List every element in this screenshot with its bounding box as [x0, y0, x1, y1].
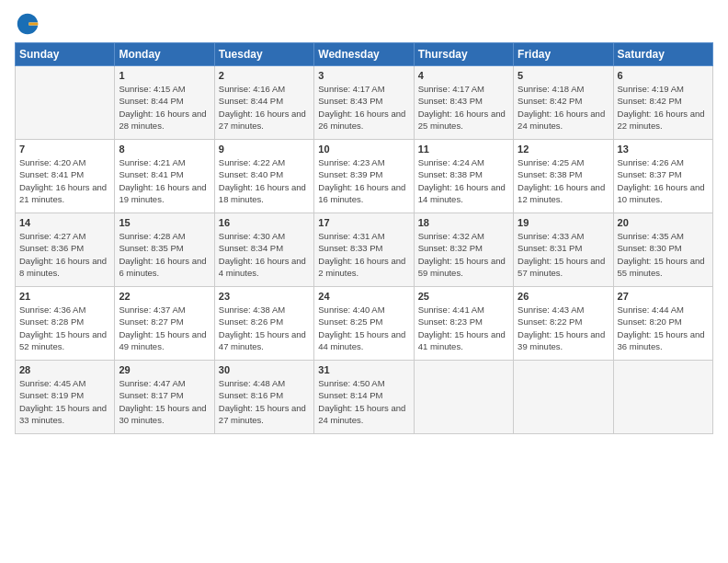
date-number: 3 [318, 70, 409, 81]
week-row-2: 7Sunrise: 4:20 AM Sunset: 8:41 PM Daylig… [16, 140, 713, 213]
date-number: 21 [19, 291, 110, 302]
calendar-cell: 17Sunrise: 4:31 AM Sunset: 8:33 PM Dayli… [314, 213, 414, 287]
calendar-cell: 13Sunrise: 4:26 AM Sunset: 8:37 PM Dayli… [613, 140, 712, 213]
date-number: 29 [119, 364, 210, 375]
header [15, 11, 713, 37]
calendar-cell: 16Sunrise: 4:30 AM Sunset: 8:34 PM Dayli… [214, 213, 313, 287]
header-row: SundayMondayTuesdayWednesdayThursdayFrid… [16, 43, 713, 66]
calendar-cell: 29Sunrise: 4:47 AM Sunset: 8:17 PM Dayli… [115, 361, 214, 434]
date-number: 30 [219, 364, 310, 375]
week-row-1: 1Sunrise: 4:15 AM Sunset: 8:44 PM Daylig… [16, 66, 713, 140]
date-number: 8 [119, 144, 210, 155]
calendar-cell: 15Sunrise: 4:28 AM Sunset: 8:35 PM Dayli… [115, 213, 214, 287]
cell-content: Sunrise: 4:45 AM Sunset: 8:19 PM Dayligh… [19, 377, 110, 426]
calendar-cell: 21Sunrise: 4:36 AM Sunset: 8:28 PM Dayli… [16, 287, 115, 361]
cell-content: Sunrise: 4:36 AM Sunset: 8:28 PM Dayligh… [19, 304, 110, 352]
cell-content: Sunrise: 4:25 AM Sunset: 8:38 PM Dayligh… [518, 156, 609, 205]
col-header-wednesday: Wednesday [314, 43, 414, 66]
cell-content: Sunrise: 4:23 AM Sunset: 8:39 PM Dayligh… [318, 156, 409, 205]
cell-content: Sunrise: 4:21 AM Sunset: 8:41 PM Dayligh… [119, 156, 210, 205]
date-number: 13 [618, 144, 709, 155]
cell-content: Sunrise: 4:15 AM Sunset: 8:44 PM Dayligh… [119, 83, 210, 132]
col-header-saturday: Saturday [613, 43, 712, 66]
calendar-cell: 10Sunrise: 4:23 AM Sunset: 8:39 PM Dayli… [314, 140, 414, 213]
date-number: 2 [219, 70, 310, 81]
cell-content: Sunrise: 4:47 AM Sunset: 8:17 PM Dayligh… [119, 377, 210, 426]
date-number: 15 [119, 217, 210, 228]
calendar-cell: 20Sunrise: 4:35 AM Sunset: 8:30 PM Dayli… [613, 213, 712, 287]
cell-content: Sunrise: 4:28 AM Sunset: 8:35 PM Dayligh… [119, 230, 210, 279]
cell-content: Sunrise: 4:35 AM Sunset: 8:30 PM Dayligh… [618, 230, 709, 279]
calendar-cell: 4Sunrise: 4:17 AM Sunset: 8:43 PM Daylig… [414, 66, 513, 140]
cell-content: Sunrise: 4:40 AM Sunset: 8:25 PM Dayligh… [318, 304, 409, 352]
cell-content: Sunrise: 4:16 AM Sunset: 8:44 PM Dayligh… [219, 83, 310, 132]
calendar-cell: 27Sunrise: 4:44 AM Sunset: 8:20 PM Dayli… [613, 287, 712, 361]
cell-content: Sunrise: 4:18 AM Sunset: 8:42 PM Dayligh… [518, 83, 609, 132]
date-number: 7 [19, 144, 110, 155]
cell-content: Sunrise: 4:38 AM Sunset: 8:26 PM Dayligh… [219, 304, 310, 352]
page-container: SundayMondayTuesdayWednesdayThursdayFrid… [0, 0, 728, 443]
cell-content: Sunrise: 4:48 AM Sunset: 8:16 PM Dayligh… [219, 377, 310, 426]
date-number: 6 [618, 70, 709, 81]
cell-content: Sunrise: 4:37 AM Sunset: 8:27 PM Dayligh… [119, 304, 210, 352]
cell-content: Sunrise: 4:50 AM Sunset: 8:14 PM Dayligh… [318, 377, 409, 426]
calendar-cell: 26Sunrise: 4:43 AM Sunset: 8:22 PM Dayli… [514, 287, 613, 361]
calendar-cell: 5Sunrise: 4:18 AM Sunset: 8:42 PM Daylig… [514, 66, 613, 140]
date-number: 9 [219, 144, 310, 155]
date-number: 1 [119, 70, 210, 81]
cell-content: Sunrise: 4:41 AM Sunset: 8:23 PM Dayligh… [418, 304, 509, 352]
calendar-cell: 11Sunrise: 4:24 AM Sunset: 8:38 PM Dayli… [414, 140, 513, 213]
week-row-3: 14Sunrise: 4:27 AM Sunset: 8:36 PM Dayli… [16, 213, 713, 287]
cell-content: Sunrise: 4:26 AM Sunset: 8:37 PM Dayligh… [618, 156, 709, 205]
calendar-cell [514, 361, 613, 434]
calendar-cell: 3Sunrise: 4:17 AM Sunset: 8:43 PM Daylig… [314, 66, 414, 140]
calendar-cell: 6Sunrise: 4:19 AM Sunset: 8:42 PM Daylig… [613, 66, 712, 140]
calendar-table: SundayMondayTuesdayWednesdayThursdayFrid… [15, 42, 713, 434]
col-header-friday: Friday [514, 43, 613, 66]
date-number: 14 [19, 217, 110, 228]
date-number: 28 [19, 364, 110, 375]
date-number: 17 [318, 217, 409, 228]
col-header-monday: Monday [115, 43, 214, 66]
calendar-cell: 28Sunrise: 4:45 AM Sunset: 8:19 PM Dayli… [16, 361, 115, 434]
cell-content: Sunrise: 4:44 AM Sunset: 8:20 PM Dayligh… [618, 304, 709, 352]
calendar-cell: 14Sunrise: 4:27 AM Sunset: 8:36 PM Dayli… [16, 213, 115, 287]
calendar-cell: 24Sunrise: 4:40 AM Sunset: 8:25 PM Dayli… [314, 287, 414, 361]
date-number: 18 [418, 217, 509, 228]
cell-content: Sunrise: 4:19 AM Sunset: 8:42 PM Dayligh… [618, 83, 709, 132]
date-number: 5 [518, 70, 609, 81]
cell-content: Sunrise: 4:43 AM Sunset: 8:22 PM Dayligh… [518, 304, 609, 352]
col-header-thursday: Thursday [414, 43, 513, 66]
date-number: 31 [318, 364, 409, 375]
cell-content: Sunrise: 4:31 AM Sunset: 8:33 PM Dayligh… [318, 230, 409, 279]
col-header-tuesday: Tuesday [214, 43, 313, 66]
calendar-cell: 31Sunrise: 4:50 AM Sunset: 8:14 PM Dayli… [314, 361, 414, 434]
date-number: 16 [219, 217, 310, 228]
date-number: 26 [518, 291, 609, 302]
calendar-cell [613, 361, 712, 434]
calendar-cell [16, 66, 115, 140]
week-row-5: 28Sunrise: 4:45 AM Sunset: 8:19 PM Dayli… [16, 361, 713, 434]
week-row-4: 21Sunrise: 4:36 AM Sunset: 8:28 PM Dayli… [16, 287, 713, 361]
cell-content: Sunrise: 4:33 AM Sunset: 8:31 PM Dayligh… [518, 230, 609, 279]
calendar-cell: 7Sunrise: 4:20 AM Sunset: 8:41 PM Daylig… [16, 140, 115, 213]
calendar-cell: 9Sunrise: 4:22 AM Sunset: 8:40 PM Daylig… [214, 140, 313, 213]
calendar-cell: 19Sunrise: 4:33 AM Sunset: 8:31 PM Dayli… [514, 213, 613, 287]
cell-content: Sunrise: 4:20 AM Sunset: 8:41 PM Dayligh… [19, 156, 110, 205]
cell-content: Sunrise: 4:17 AM Sunset: 8:43 PM Dayligh… [418, 83, 509, 132]
date-number: 12 [518, 144, 609, 155]
calendar-cell: 18Sunrise: 4:32 AM Sunset: 8:32 PM Dayli… [414, 213, 513, 287]
cell-content: Sunrise: 4:22 AM Sunset: 8:40 PM Dayligh… [219, 156, 310, 205]
date-number: 10 [318, 144, 409, 155]
date-number: 4 [418, 70, 509, 81]
col-header-sunday: Sunday [16, 43, 115, 66]
calendar-cell: 22Sunrise: 4:37 AM Sunset: 8:27 PM Dayli… [115, 287, 214, 361]
cell-content: Sunrise: 4:24 AM Sunset: 8:38 PM Dayligh… [418, 156, 509, 205]
logo [15, 11, 44, 37]
calendar-cell: 25Sunrise: 4:41 AM Sunset: 8:23 PM Dayli… [414, 287, 513, 361]
date-number: 23 [219, 291, 310, 302]
date-number: 22 [119, 291, 210, 302]
date-number: 20 [618, 217, 709, 228]
cell-content: Sunrise: 4:17 AM Sunset: 8:43 PM Dayligh… [318, 83, 409, 132]
cell-content: Sunrise: 4:27 AM Sunset: 8:36 PM Dayligh… [19, 230, 110, 279]
